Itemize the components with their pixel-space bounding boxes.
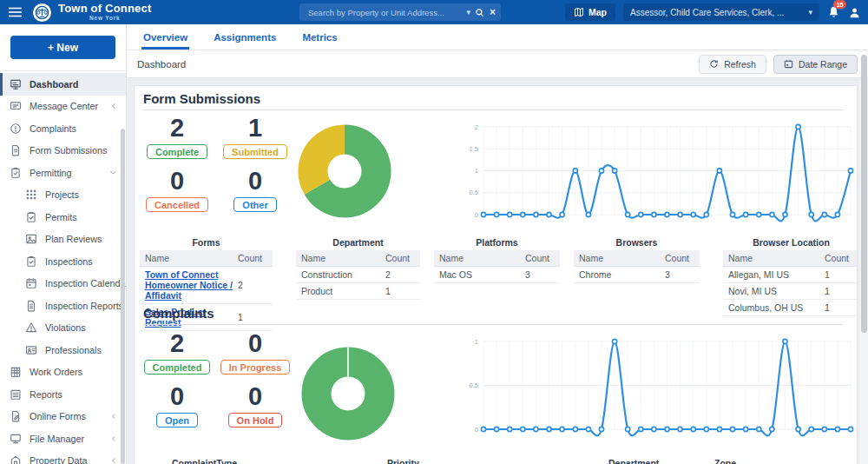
sidebar-item-file-manager[interactable]: File Manager <box>0 428 126 450</box>
sidebar-item-complaints[interactable]: Complaints <box>0 117 126 140</box>
data-point-marker <box>783 212 787 216</box>
sidebar-scrollbar[interactable] <box>121 129 125 464</box>
sidebar-item-online-forms[interactable]: Online Forms <box>0 406 126 428</box>
y-axis-tick: 2 <box>475 123 478 131</box>
stat-submitted: 1Submitted <box>216 114 294 159</box>
main-area: OverviewAssignmentsMetrics Dashboard Ref… <box>127 24 868 464</box>
stat-label-in-progress[interactable]: In Progress <box>220 360 291 375</box>
stat-value: 0 <box>216 329 294 358</box>
stat-label-other[interactable]: Other <box>233 197 276 212</box>
data-point-marker <box>678 427 682 431</box>
data-point-marker <box>770 212 774 216</box>
search-scope-caret-icon[interactable]: ▾ <box>466 8 470 17</box>
violations-icon <box>25 321 37 334</box>
data-point-marker <box>560 212 564 216</box>
stat-label-completed[interactable]: Completed <box>144 360 211 375</box>
stat-label-on-hold[interactable]: On Hold <box>228 413 283 428</box>
stat-value: 0 <box>216 382 294 411</box>
refresh-button[interactable]: Refresh <box>699 55 766 74</box>
search-icon[interactable] <box>475 8 484 17</box>
data-point-marker <box>481 427 485 431</box>
sidebar-item-plan-reviews[interactable]: Plan Reviews <box>0 229 126 251</box>
search-box[interactable]: ▾ × <box>299 3 501 21</box>
stat-label-submitted[interactable]: Submitted <box>223 144 287 159</box>
data-point-marker <box>573 169 577 173</box>
tab-assignments[interactable]: Assignments <box>212 32 278 50</box>
search-input[interactable] <box>306 7 464 18</box>
tab-metrics[interactable]: Metrics <box>300 32 339 50</box>
sidebar-item-property-data[interactable]: Property Data <box>0 450 126 464</box>
sidebar-item-inspection-calendar[interactable]: Inspection Calendar <box>0 273 126 295</box>
search-clear-icon[interactable]: × <box>490 7 496 17</box>
chevron-down-icon <box>109 169 117 176</box>
sidebar-item-professionals[interactable]: Professionals <box>0 339 126 361</box>
sidebar-item-permitting[interactable]: Permitting <box>0 162 126 184</box>
table-row-link[interactable]: Town of Connect Homeowner Notice / Affid… <box>145 269 233 301</box>
data-point-marker <box>691 427 695 431</box>
stat-label-cancelled[interactable]: Cancelled <box>146 197 208 212</box>
inspection-reports-icon <box>25 300 37 312</box>
data-point-marker <box>599 427 603 431</box>
department-selector-dropdown[interactable]: Assessor, Child Care Services, Clerk, ..… <box>623 3 819 21</box>
table-browsers: BrowsersNameCountChrome3 <box>574 237 700 331</box>
data-point-marker <box>678 212 682 216</box>
stat-value: 0 <box>138 382 216 411</box>
sidebar-item-label: Inspection Calendar <box>45 278 127 288</box>
table-title: Department <box>296 237 420 248</box>
hamburger-menu-icon[interactable] <box>9 7 22 17</box>
table-row: Columbus, OH US1 <box>723 300 858 316</box>
form-submissions-tables: FormsNameCountTown of Connect Homeowner … <box>140 237 858 331</box>
data-point-marker <box>757 212 761 216</box>
table-title: Platforms <box>434 237 560 248</box>
property-data-icon <box>10 454 22 464</box>
stat-label-open[interactable]: Open <box>156 413 198 428</box>
sidebar-item-form-submissions[interactable]: Form Submissions <box>0 140 126 162</box>
new-button[interactable]: + New <box>10 36 115 59</box>
professionals-icon <box>25 344 37 356</box>
sidebar-item-permits[interactable]: Permits <box>0 206 126 229</box>
section-divider <box>143 324 843 325</box>
data-point-marker <box>534 427 538 431</box>
data-point-marker <box>704 427 708 431</box>
table-title-priority: Priority <box>387 458 419 464</box>
chevron-left-icon <box>110 435 117 442</box>
data-point-marker <box>730 427 734 431</box>
sidebar-item-message-center[interactable]: Message Center <box>0 96 126 118</box>
data-point-marker <box>665 212 669 216</box>
stat-value: 0 <box>138 167 216 196</box>
stat-value: 1 <box>216 114 294 143</box>
data-point-marker <box>534 212 538 216</box>
inspection-calendar-icon <box>25 277 37 289</box>
data-point-marker <box>717 427 721 431</box>
data-point-marker <box>809 427 813 431</box>
main-scrollbar-thumb[interactable] <box>861 55 867 333</box>
data-point-marker <box>770 427 774 431</box>
sidebar-item-inspection-reports[interactable]: Inspection Reports <box>0 295 126 317</box>
data-point-marker <box>744 212 748 216</box>
tab-overview[interactable]: Overview <box>141 32 189 50</box>
form-submissions-icon <box>10 144 22 156</box>
sidebar-item-violations[interactable]: Violations <box>0 317 126 340</box>
data-point-marker <box>560 427 564 431</box>
complaints-donut-chart <box>300 346 396 441</box>
sidebar-item-work-orders[interactable]: Work Orders <box>0 361 126 384</box>
data-point-marker <box>796 427 800 431</box>
data-point-marker <box>547 427 551 431</box>
topbar-right: Map Assessor, Child Care Services, Clerk… <box>565 0 861 24</box>
sidebar-item-inspections[interactable]: Inspections <box>0 250 126 273</box>
user-profile-icon[interactable] <box>848 6 861 19</box>
stat-value: 2 <box>138 114 216 143</box>
sidebar-item-projects[interactable]: Projects <box>0 184 126 207</box>
permits-icon <box>25 211 37 223</box>
notifications-bell-icon[interactable]: 15 <box>827 5 840 19</box>
sidebar-item-reports[interactable]: Reports <box>0 383 126 406</box>
stat-label-complete[interactable]: Complete <box>147 144 207 159</box>
map-button[interactable]: Map <box>565 3 615 21</box>
y-axis-tick: 1 <box>475 167 478 175</box>
refresh-button-label: Refresh <box>724 59 756 70</box>
chevron-down-icon: ▾ <box>808 8 812 17</box>
permitting-icon <box>10 167 22 179</box>
dashboard-content: Form Submissions 2Complete1Submitted0Can… <box>127 78 868 464</box>
sidebar-item-dashboard[interactable]: Dashboard <box>0 73 126 96</box>
date-range-button[interactable]: Date Range <box>773 55 858 74</box>
